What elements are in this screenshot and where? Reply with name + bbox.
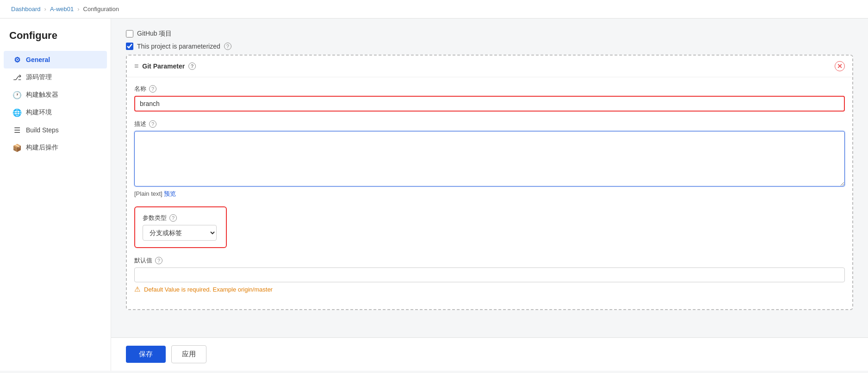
sidebar-item-source[interactable]: ⎇ 源码管理 [4, 68, 107, 86]
card-header-left: ≡ Git Parameter ? [134, 62, 196, 70]
default-help-icon[interactable]: ? [155, 257, 162, 264]
param-type-select[interactable]: 分支或标签 分支 标签 修订版本 [143, 225, 217, 241]
list-icon: ☰ [13, 126, 21, 134]
save-button[interactable]: 保存 [126, 346, 166, 363]
desc-textarea[interactable] [134, 131, 845, 186]
parameterized-checkbox-row: This project is parameterized ? [126, 43, 853, 50]
desc-help-icon[interactable]: ? [149, 120, 156, 128]
preview-row: [Plain text] 预览 [134, 190, 845, 198]
default-form-group: 默认值 ? ⚠ Default Value is required. Examp… [134, 256, 845, 293]
breadcrumb-project[interactable]: A-web01 [50, 6, 74, 12]
breadcrumb-current: Configuration [83, 6, 119, 12]
apply-button[interactable]: 应用 [171, 345, 206, 363]
default-label: 默认值 ? [134, 256, 845, 265]
parameterized-checkbox[interactable] [126, 43, 133, 50]
sidebar-item-env[interactable]: 🌐 构建环境 [4, 104, 107, 121]
card-body: 名称 ? 描述 ? [Plain text] [127, 77, 852, 309]
warning-icon: ⚠ [134, 285, 140, 293]
drag-handle-icon: ≡ [134, 62, 138, 70]
sidebar-label-general: General [26, 56, 50, 63]
name-form-group: 名称 ? [134, 85, 845, 112]
card-close-button[interactable]: ✕ [835, 61, 845, 71]
breadcrumb-dashboard[interactable]: Dashboard [11, 6, 41, 12]
github-label[interactable]: GitHub 项目 [137, 30, 172, 38]
name-help-icon[interactable]: ? [149, 85, 156, 93]
preview-link[interactable]: 预览 [164, 190, 176, 197]
bottom-bar: 保存 应用 [111, 337, 868, 371]
parameterized-help-icon[interactable]: ? [224, 43, 231, 50]
desc-label: 描述 ? [134, 120, 845, 128]
card-help-icon[interactable]: ? [188, 62, 196, 70]
branch-icon: ⎇ [13, 73, 21, 81]
card-title: Git Parameter [142, 62, 185, 70]
breadcrumb-sep-2: › [77, 6, 79, 12]
sidebar-label-trigger: 构建触发器 [26, 91, 58, 99]
sidebar-item-trigger[interactable]: 🕐 构建触发器 [4, 86, 107, 104]
desc-form-group: 描述 ? [Plain text] 预览 [134, 120, 845, 198]
param-type-label: 参数类型 ? [143, 214, 219, 222]
sidebar-label-postbuild: 构建后操作 [26, 143, 58, 152]
github-checkbox-row: GitHub 项目 [126, 30, 853, 38]
name-label: 名称 ? [134, 85, 845, 93]
breadcrumb: Dashboard › A-web01 › Configuration [0, 0, 868, 19]
sidebar-label-env: 构建环境 [26, 108, 52, 117]
sidebar-item-buildsteps[interactable]: ☰ Build Steps [4, 121, 107, 139]
sidebar-item-general[interactable]: ⚙ General [4, 51, 107, 68]
default-input[interactable] [134, 267, 845, 282]
sidebar-title: Configure [0, 30, 111, 51]
param-type-box: 参数类型 ? 分支或标签 分支 标签 修订版本 [134, 206, 227, 248]
breadcrumb-sep-1: › [44, 6, 46, 12]
sidebar-item-postbuild[interactable]: 📦 构建后操作 [4, 139, 107, 156]
warning-text: Default Value is required. Example origi… [144, 286, 273, 293]
clock-icon: 🕐 [13, 91, 21, 99]
box-icon: 📦 [13, 143, 21, 152]
main-content: GitHub 项目 This project is parameterized … [111, 19, 868, 334]
globe-icon: 🌐 [13, 108, 21, 117]
sidebar-label-buildsteps: Build Steps [26, 126, 59, 134]
card-header: ≡ Git Parameter ? ✕ [127, 56, 852, 77]
github-checkbox[interactable] [126, 30, 133, 37]
parameterized-label[interactable]: This project is parameterized [137, 43, 220, 50]
git-parameter-card: ≡ Git Parameter ? ✕ 名称 ? [126, 55, 853, 310]
warning-row: ⚠ Default Value is required. Example ori… [134, 285, 845, 293]
param-type-help-icon[interactable]: ? [169, 214, 177, 222]
plaintext-label: [Plain text] [134, 190, 162, 197]
sidebar-label-source: 源码管理 [26, 73, 52, 81]
name-input[interactable] [134, 96, 845, 112]
sidebar: Configure ⚙ General ⎇ 源码管理 🕐 构建触发器 🌐 构建环… [0, 19, 111, 371]
gear-icon: ⚙ [13, 56, 21, 64]
